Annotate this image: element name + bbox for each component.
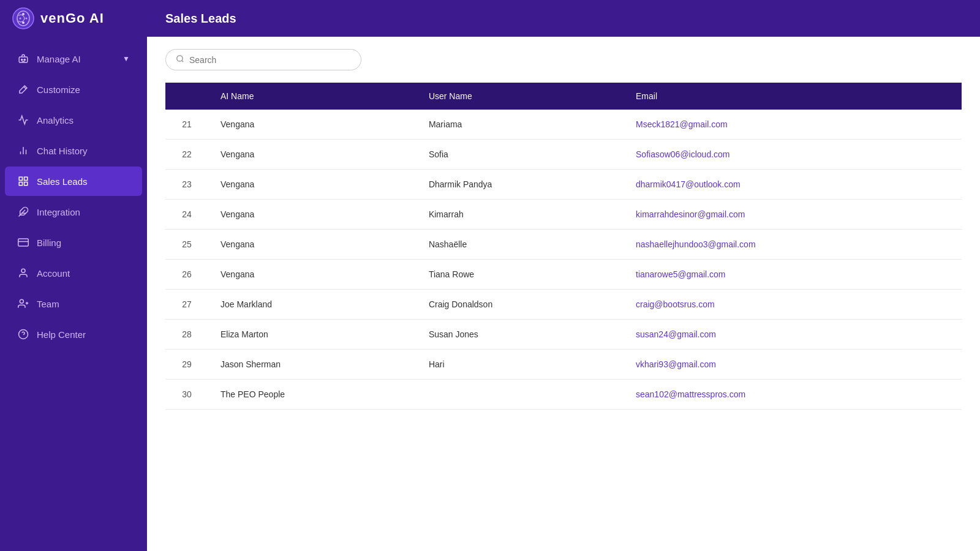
col-user-name: User Name (417, 83, 624, 110)
cell-row-num: 29 (165, 350, 208, 380)
svg-point-5 (22, 21, 24, 24)
cell-ai-name: Vengana (208, 110, 417, 140)
help-circle-icon (17, 328, 29, 340)
cell-row-num: 27 (165, 290, 208, 320)
svg-point-4 (26, 18, 28, 20)
svg-point-21 (20, 299, 23, 303)
svg-rect-13 (24, 177, 28, 180)
cell-ai-name: Jason Sherman (208, 350, 417, 380)
page-header: Sales Leads (147, 0, 980, 37)
search-icon (176, 54, 184, 65)
cell-email: sean102@mattresspros.com (624, 380, 962, 410)
table-row: 24VenganaKimarrahkimarrahdesinor@gmail.c… (165, 200, 962, 230)
sidebar-label-integration: Integration (37, 207, 80, 217)
cell-email: nashaellejhundoo3@gmail.com (624, 230, 962, 260)
cell-user-name: Nashaëlle (417, 230, 624, 260)
cell-row-num: 25 (165, 230, 208, 260)
table-body: 21VenganaMariamaMseck1821@gmail.com22Ven… (165, 110, 962, 410)
leads-table: AI Name User Name Email 21VenganaMariama… (165, 83, 962, 410)
cell-user-name: Kimarrah (417, 200, 624, 230)
cell-user-name: Susan Jones (417, 320, 624, 350)
cell-email: kimarrahdesinor@gmail.com (624, 200, 962, 230)
cell-ai-name: Eliza Marton (208, 320, 417, 350)
search-input[interactable] (189, 55, 351, 65)
sidebar-item-billing[interactable]: Billing (5, 228, 142, 257)
sidebar-item-customize[interactable]: Customize (5, 75, 142, 104)
cell-email: dharmik0417@outlook.com (624, 170, 962, 200)
svg-rect-14 (19, 182, 22, 186)
nav-list: Manage AI ▼ Customize Analytics (0, 37, 147, 551)
sidebar-label-team: Team (37, 299, 59, 309)
cell-email: vkhari93@gmail.com (624, 350, 962, 380)
col-ai-name: AI Name (208, 83, 417, 110)
chart-icon (17, 114, 29, 126)
main-content: Sales Leads AI Name User Nam (147, 0, 980, 551)
svg-point-3 (20, 18, 21, 20)
table-header: AI Name User Name Email (165, 83, 962, 110)
table-row: 27Joe MarklandCraig Donaldsoncraig@boots… (165, 290, 962, 320)
col-email: Email (624, 83, 962, 110)
cell-user-name: Hari (417, 350, 624, 380)
cell-email: Sofiasow06@icloud.com (624, 140, 962, 170)
sidebar-item-integration[interactable]: Integration (5, 197, 142, 227)
cell-user-name (417, 380, 624, 410)
cell-ai-name: Vengana (208, 140, 417, 170)
cell-user-name: Sofia (417, 140, 624, 170)
sidebar-item-account[interactable]: Account (5, 258, 142, 288)
cell-ai-name: Vengana (208, 170, 417, 200)
credit-card-icon (17, 236, 29, 249)
cell-row-num: 22 (165, 140, 208, 170)
svg-point-26 (177, 56, 183, 61)
search-wrapper (165, 49, 361, 70)
sidebar-item-team[interactable]: Team (5, 289, 142, 318)
bar-chart-icon (17, 144, 29, 157)
table-row: 30The PEO Peoplesean102@mattresspros.com (165, 380, 962, 410)
sidebar-item-manage-ai[interactable]: Manage AI ▼ (5, 44, 142, 73)
cell-row-num: 28 (165, 320, 208, 350)
cell-ai-name: Vengana (208, 260, 417, 290)
table-row: 28Eliza MartonSusan Jonessusan24@gmail.c… (165, 320, 962, 350)
svg-rect-18 (18, 239, 29, 246)
table-row: 21VenganaMariamaMseck1821@gmail.com (165, 110, 962, 140)
cell-ai-name: Vengana (208, 200, 417, 230)
cell-row-num: 24 (165, 200, 208, 230)
sidebar-item-help-center[interactable]: Help Center (5, 320, 142, 349)
sidebar-label-manage-ai: Manage AI (37, 54, 81, 64)
search-container (165, 49, 962, 70)
sidebar-item-analytics[interactable]: Analytics (5, 105, 142, 135)
sidebar-item-chat-history[interactable]: Chat History (5, 136, 142, 165)
cell-user-name: Craig Donaldson (417, 290, 624, 320)
cell-row-num: 21 (165, 110, 208, 140)
logo-area: venGo AI (0, 0, 147, 37)
svg-point-20 (21, 269, 25, 272)
table-row: 29Jason ShermanHarivkhari93@gmail.com (165, 350, 962, 380)
wand-icon (17, 83, 29, 96)
sidebar-label-billing: Billing (37, 238, 61, 248)
sidebar-item-sales-leads[interactable]: Sales Leads (5, 167, 142, 196)
sidebar-label-customize: Customize (37, 84, 80, 95)
user-icon (17, 267, 29, 279)
sidebar-label-chat-history: Chat History (37, 146, 88, 156)
cell-row-num: 23 (165, 170, 208, 200)
cell-row-num: 30 (165, 380, 208, 410)
cell-user-name: Dharmik Pandya (417, 170, 624, 200)
puzzle-icon (17, 206, 29, 218)
cell-ai-name: Vengana (208, 230, 417, 260)
svg-point-7 (21, 59, 23, 60)
table-row: 23VenganaDharmik Pandyadharmik0417@outlo… (165, 170, 962, 200)
page-title: Sales Leads (165, 12, 236, 26)
user-plus-icon (17, 298, 29, 310)
cell-row-num: 26 (165, 260, 208, 290)
table-row: 22VenganaSofiaSofiasow06@icloud.com (165, 140, 962, 170)
sidebar-label-account: Account (37, 268, 70, 279)
logo-icon (12, 7, 34, 29)
logo-text: venGo AI (40, 10, 104, 26)
table-row: 25VenganaNashaëllenashaellejhundoo3@gmai… (165, 230, 962, 260)
sidebar-label-analytics: Analytics (37, 115, 74, 126)
cell-ai-name: Joe Markland (208, 290, 417, 320)
svg-line-27 (182, 61, 184, 62)
chevron-down-icon: ▼ (123, 54, 130, 63)
svg-point-8 (24, 59, 25, 60)
svg-rect-12 (19, 177, 22, 180)
cell-user-name: Mariama (417, 110, 624, 140)
